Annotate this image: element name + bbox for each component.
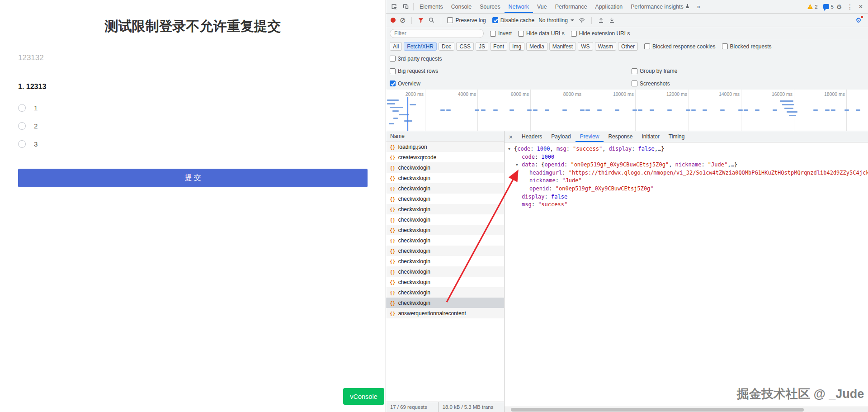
messages-badge[interactable]: 5 [823, 4, 834, 9]
submit-button[interactable]: 提 交 [18, 169, 368, 187]
blocked-requests-checkbox[interactable]: Blocked requests [722, 43, 772, 50]
detail-tab-preview[interactable]: Preview [576, 131, 604, 142]
detail-tab-timing[interactable]: Timing [664, 131, 689, 142]
devtools-tab-performance[interactable]: Performance [551, 0, 591, 13]
request-row[interactable]: {}checkwxlogin [386, 194, 504, 204]
filter-input[interactable] [390, 29, 484, 38]
preview-line[interactable]: display: false [505, 193, 868, 201]
search-icon[interactable] [428, 17, 435, 24]
network-settings-gear-icon[interactable]: ⚙ [856, 17, 862, 24]
more-tabs-icon[interactable]: » [693, 3, 704, 10]
3rd-party-requests-checkbox[interactable]: 3rd-party requests [390, 56, 442, 62]
type-filter-font[interactable]: Font [490, 42, 507, 51]
devtools-tab-elements[interactable]: Elements [415, 0, 447, 13]
request-row[interactable]: {}checkwxlogin [386, 204, 504, 214]
preview-line[interactable]: msg: "success" [505, 201, 868, 209]
type-filter-ws[interactable]: WS [578, 42, 593, 51]
detail-tab-headers[interactable]: Headers [517, 131, 547, 142]
devtools-tab-console[interactable]: Console [447, 0, 476, 13]
request-row[interactable]: {}checkwxlogin [386, 173, 504, 183]
type-filter-all[interactable]: All [390, 42, 402, 51]
close-detail-icon[interactable]: × [505, 133, 517, 141]
network-conditions-icon[interactable] [578, 17, 585, 23]
type-filter-img[interactable]: Img [509, 42, 524, 51]
devtools-tab-network[interactable]: Network [505, 0, 533, 13]
type-filter-js[interactable]: JS [476, 42, 488, 51]
type-filter-css[interactable]: CSS [456, 42, 474, 51]
detail-tab-payload[interactable]: Payload [547, 131, 575, 142]
preview-line[interactable]: nickname: "Jude" [505, 177, 868, 185]
request-row[interactable]: {}createwxqrcode [386, 152, 504, 162]
radio-option[interactable]: 1 [18, 99, 38, 117]
timeline-activity-bar [784, 108, 793, 109]
import-har-icon[interactable] [598, 17, 604, 24]
preview-line[interactable]: ▼data: {openid: "on0ep519gf_0Xy9CBuwCEts… [505, 161, 868, 169]
request-row[interactable]: {}checkwxlogin [386, 287, 504, 298]
expander-icon[interactable]: ▼ [508, 145, 514, 153]
request-row[interactable]: {}checkwxlogin [386, 298, 504, 308]
request-row[interactable]: {}checkwxlogin [386, 214, 504, 225]
big-request-rows-checkbox[interactable]: Big request rows [390, 68, 438, 74]
inspect-icon[interactable] [388, 3, 400, 10]
devtools-tab-sources[interactable]: Sources [476, 0, 504, 13]
screenshots-checkbox[interactable]: Screenshots [632, 81, 670, 87]
devtools-tab-vue[interactable]: Vue [533, 0, 551, 13]
detail-tab-response[interactable]: Response [604, 131, 637, 142]
name-column-header[interactable]: Name [386, 131, 504, 142]
preserve-log-checkbox[interactable]: Preserve log [447, 17, 486, 24]
devtools-tab-performance-insights[interactable]: Performance insights [627, 0, 693, 13]
expander-icon[interactable]: ▼ [516, 161, 522, 169]
preview-line[interactable]: headimgurl: "https://thirdwx.qlogo.cn/mm… [505, 169, 868, 177]
request-row[interactable]: {}checkwxlogin [386, 162, 504, 173]
type-filter-other[interactable]: Other [618, 42, 638, 51]
timeline-activity-bar [744, 109, 748, 111]
disable-cache-checkbox[interactable]: Disable cache [492, 17, 534, 24]
request-row[interactable]: {}checkwxlogin [386, 246, 504, 256]
close-devtools-icon[interactable]: × [855, 3, 866, 11]
timeline-activity-bar [831, 109, 835, 111]
export-har-icon[interactable] [609, 17, 615, 24]
request-row[interactable]: {}loading.json [386, 142, 504, 152]
request-row[interactable]: {}checkwxlogin [386, 256, 504, 266]
warnings-badge[interactable]: 2 [807, 4, 817, 9]
request-row[interactable]: {}checkwxlogin [386, 266, 504, 277]
type-filter-doc[interactable]: Doc [439, 42, 454, 51]
kebab-menu-icon[interactable]: ⋮ [844, 3, 855, 10]
request-row[interactable]: {}checkwxlogin [386, 235, 504, 246]
preview-line[interactable]: openid: "on0ep519gf_0Xy9CBuwCEtsj5Z0g" [505, 185, 868, 193]
overview-checkbox[interactable]: Overview [390, 81, 420, 87]
preview-line[interactable]: code: 1000 [505, 153, 868, 161]
vconsole-button[interactable]: vConsole [343, 388, 384, 405]
scrollbar-thumb[interactable] [511, 408, 804, 412]
record-button[interactable] [391, 18, 396, 23]
invert-checkbox[interactable]: Invert [490, 30, 512, 37]
status-bar: 17 / 69 requests 18.0 kB / 5.3 MB trans [386, 402, 504, 412]
blocked-response-cookies-checkbox[interactable]: Blocked response cookies [644, 43, 715, 50]
devtools-tab-application[interactable]: Application [591, 0, 627, 13]
radio-option[interactable]: 2 [18, 117, 38, 135]
request-name: checkwxlogin [398, 165, 430, 171]
devtools-panel: ElementsConsoleSourcesNetworkVuePerforma… [386, 0, 868, 412]
request-row[interactable]: {}answerquestionnairecontent [386, 308, 504, 318]
group-by-frame-checkbox[interactable]: Group by frame [632, 68, 677, 74]
request-row[interactable]: {}checkwxlogin [386, 277, 504, 287]
filter-funnel-icon[interactable] [418, 17, 424, 24]
hide-extension-urls-checkbox[interactable]: Hide extension URLs [571, 30, 630, 37]
hide-data-urls-checkbox[interactable]: Hide data URLs [518, 30, 565, 37]
type-filter-media[interactable]: Media [526, 42, 547, 51]
horizontal-scrollbar[interactable] [505, 407, 868, 412]
type-filter-wasm[interactable]: Wasm [595, 42, 617, 51]
timeline-overview[interactable]: 2000 ms4000 ms6000 ms8000 ms10000 ms1200… [386, 90, 868, 131]
throttling-select[interactable]: No throttling [538, 17, 574, 24]
request-row[interactable]: {}checkwxlogin [386, 183, 504, 194]
radio-option[interactable]: 3 [18, 135, 38, 153]
clear-requests-icon[interactable]: ⊘ [400, 17, 406, 24]
detail-tab-initiator[interactable]: Initiator [637, 131, 664, 142]
type-filter-manifest[interactable]: Manifest [549, 42, 576, 51]
request-row[interactable]: {}checkwxlogin [386, 225, 504, 235]
settings-gear-icon[interactable]: ⚙ [834, 3, 844, 10]
type-filter-fetch-xhr[interactable]: Fetch/XHR [404, 42, 437, 51]
preview-line[interactable]: ▼{code: 1000, msg: "success", display: f… [505, 145, 868, 153]
timeline-activity-bar [387, 99, 399, 101]
device-toolbar-icon[interactable] [400, 3, 411, 10]
